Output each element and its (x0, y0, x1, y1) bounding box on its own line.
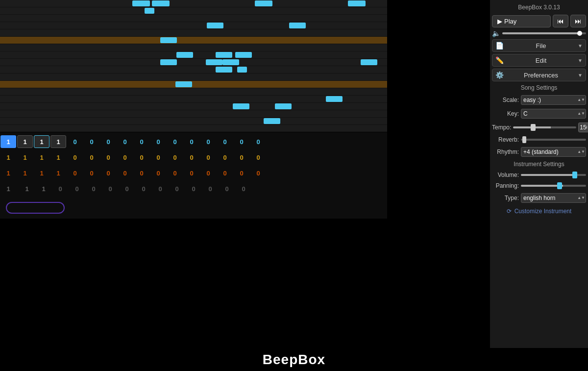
seq-cell-1-6[interactable]: 0 (100, 135, 116, 148)
song-row-18[interactable] (0, 125, 387, 132)
seq-cell-4-3[interactable]: 1 (36, 182, 51, 195)
seq-cell-2-13[interactable]: 0 (217, 151, 233, 164)
seq-cell-1-7[interactable]: 0 (117, 135, 133, 148)
seq-cell-1-5[interactable]: 0 (84, 135, 99, 148)
seq-cell-2-15[interactable]: 0 (250, 151, 266, 164)
song-row-5[interactable] (0, 29, 387, 36)
seq-cell-3-15[interactable]: 0 (250, 167, 266, 179)
seq-cell-3-8[interactable]: 0 (134, 167, 149, 179)
seq-cell-4-12[interactable]: 0 (186, 182, 201, 195)
seq-cell-4-5[interactable]: 0 (69, 182, 85, 195)
file-menu[interactable]: 📄 File ▼ (492, 39, 586, 52)
song-row-11[interactable] (0, 74, 387, 80)
seq-cell-2-10[interactable]: 0 (167, 151, 183, 164)
seq-cell-4-15[interactable]: 0 (236, 182, 251, 195)
song-row-16[interactable] (0, 110, 387, 117)
seq-cell-1-13[interactable]: 0 (217, 135, 233, 148)
seq-cell-1-15[interactable]: 0 (250, 135, 266, 148)
key-select[interactable]: C (521, 109, 586, 119)
seq-cell-3-13[interactable]: 0 (217, 167, 233, 179)
seq-cell-4-13[interactable]: 0 (202, 182, 218, 195)
song-row-15[interactable] (0, 103, 387, 110)
reverb-slider[interactable] (521, 139, 586, 141)
seq-cell-1-3[interactable]: 1 (50, 135, 66, 148)
add-channel-button[interactable] (6, 202, 65, 214)
next-button[interactable]: ⏭ (570, 15, 586, 27)
song-row-8[interactable] (0, 51, 387, 58)
seq-cell-4-8[interactable]: 0 (119, 182, 135, 195)
seq-cell-1-9[interactable]: 0 (150, 135, 166, 148)
seq-cell-3-10[interactable]: 0 (167, 167, 183, 179)
seq-cell-2-7[interactable]: 0 (117, 151, 133, 164)
seq-cell-1-11[interactable]: 0 (184, 135, 199, 148)
seq-cell-3-3[interactable]: 1 (50, 167, 66, 179)
song-row-6[interactable] (0, 37, 387, 44)
song-row-3[interactable] (0, 15, 387, 22)
seq-cell-3-4[interactable]: 0 (67, 167, 83, 179)
song-row-13[interactable] (0, 88, 387, 95)
seq-cell-1-0[interactable]: 1 (0, 135, 16, 148)
seq-cell-2-14[interactable]: 0 (234, 151, 249, 164)
seq-cell-2-3[interactable]: 1 (50, 151, 66, 164)
seq-cell-3-14[interactable]: 0 (234, 167, 249, 179)
seq-cell-2-8[interactable]: 0 (134, 151, 149, 164)
seq-cell-3-0[interactable]: 1 (0, 167, 16, 179)
seq-cell-1-12[interactable]: 0 (200, 135, 216, 148)
scale-select[interactable]: easy :) (521, 95, 586, 105)
seq-cell-4-7[interactable]: 0 (102, 182, 118, 195)
seq-cell-2-0[interactable]: 1 (0, 151, 16, 164)
song-row-4[interactable] (0, 22, 387, 29)
seq-cell-3-9[interactable]: 0 (150, 167, 166, 179)
instrument-panning-slider[interactable] (521, 185, 586, 187)
seq-cell-2-4[interactable]: 0 (67, 151, 83, 164)
instrument-volume-slider[interactable] (521, 174, 586, 176)
seq-cell-4-9[interactable]: 0 (136, 182, 151, 195)
seq-cell-3-6[interactable]: 0 (100, 167, 116, 179)
seq-cell-4-6[interactable]: 0 (86, 182, 101, 195)
seq-cell-4-2[interactable]: 1 (19, 182, 35, 195)
seq-cell-1-4[interactable]: 0 (67, 135, 83, 148)
song-row-1[interactable] (0, 0, 387, 7)
seq-cell-1-2[interactable]: 1 (34, 135, 49, 148)
seq-cell-4-14[interactable]: 0 (219, 182, 235, 195)
seq-cell-3-11[interactable]: 0 (184, 167, 199, 179)
seq-cell-2-5[interactable]: 0 (84, 151, 99, 164)
seq-cell-3-2[interactable]: 1 (34, 167, 49, 179)
customize-instrument-button[interactable]: ⟳ Customize Instrument (492, 206, 586, 217)
seq-cell-1-14[interactable]: 0 (234, 135, 249, 148)
song-row-17[interactable] (0, 118, 387, 124)
seq-cell-3-12[interactable]: 0 (200, 167, 216, 179)
seq-cell-1-10[interactable]: 0 (167, 135, 183, 148)
song-row-2[interactable] (0, 7, 387, 14)
song-grid[interactable] (0, 0, 387, 132)
seq-cell-4-10[interactable]: 0 (152, 182, 168, 195)
seq-cell-2-11[interactable]: 0 (184, 151, 199, 164)
seq-cell-2-6[interactable]: 0 (100, 151, 116, 164)
seq-cell-4-0[interactable]: 1 (0, 182, 16, 195)
seq-cell-4-4[interactable]: 0 (52, 182, 68, 195)
song-row-10[interactable] (0, 66, 387, 73)
tempo-input[interactable]: 150 (578, 123, 588, 132)
seq-cell-4-11[interactable]: 0 (169, 182, 185, 195)
song-row-12[interactable] (0, 81, 387, 88)
tempo-slider[interactable] (513, 126, 576, 128)
seq-cell-3-1[interactable]: 1 (17, 167, 33, 179)
seq-cell-2-1[interactable]: 1 (17, 151, 33, 164)
seq-cell-2-12[interactable]: 0 (200, 151, 216, 164)
edit-menu[interactable]: ✏️ Edit ▼ (492, 54, 586, 67)
seq-cell-4-1[interactable] (17, 182, 18, 195)
master-volume-slider[interactable] (502, 32, 586, 34)
seq-cell-1-8[interactable]: 0 (134, 135, 149, 148)
seq-cell-2-9[interactable]: 0 (150, 151, 166, 164)
song-row-14[interactable] (0, 96, 387, 102)
prev-button[interactable]: ⏮ (553, 15, 568, 27)
seq-cell-3-7[interactable]: 0 (117, 167, 133, 179)
seq-cell-1-1[interactable]: 1 (17, 135, 33, 148)
seq-cell-3-5[interactable]: 0 (84, 167, 99, 179)
song-row-7[interactable] (0, 44, 387, 51)
seq-cell-2-2[interactable]: 1 (34, 151, 49, 164)
preferences-menu[interactable]: ⚙️ Preferences ▼ (492, 69, 586, 81)
rhythm-select[interactable]: +4 (standard) (521, 147, 586, 157)
song-row-9[interactable] (0, 59, 387, 66)
play-button[interactable]: ▶ Play (492, 15, 551, 27)
